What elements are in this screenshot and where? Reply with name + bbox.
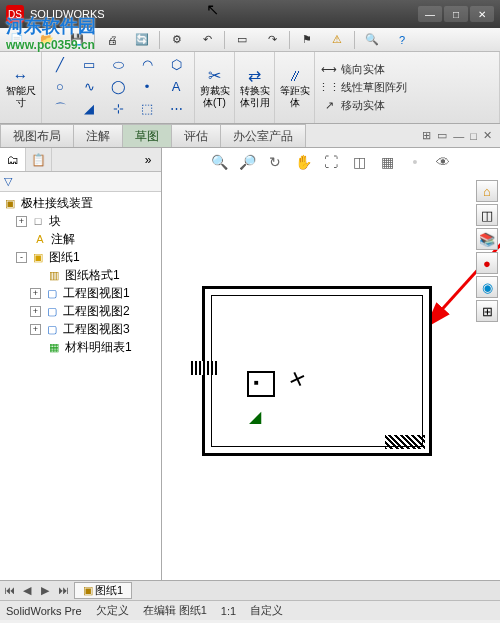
status-scale: 1:1: [221, 605, 236, 617]
tree-node[interactable]: +▢工程图视图3: [2, 320, 159, 338]
zoom-out-icon[interactable]: 🔎: [237, 154, 257, 170]
chamfer-tool[interactable]: ◢: [75, 98, 103, 119]
more-tool[interactable]: ⋯: [162, 98, 190, 119]
options-icon[interactable]: ⚙: [164, 30, 190, 50]
tree-node[interactable]: A注解: [2, 230, 159, 248]
next-sheet-icon[interactable]: ▶: [36, 584, 54, 597]
panel-pin-icon[interactable]: »: [135, 148, 161, 171]
select-icon[interactable]: ▭: [229, 30, 255, 50]
properties-icon[interactable]: ◉: [476, 276, 498, 298]
tab-view-layout[interactable]: 视图布局: [0, 124, 74, 147]
move-button[interactable]: ↗移动实体: [321, 98, 493, 114]
centerline-tool[interactable]: ⊹: [104, 98, 132, 119]
first-sheet-icon[interactable]: ⏮: [0, 584, 18, 597]
graphics-viewport[interactable]: 🔍 🔎 ↻ ✋ ⛶ ◫ ▦ • 👁 ✕ ◢: [162, 148, 500, 580]
doc-cascade-icon[interactable]: ▭: [437, 129, 447, 142]
tab-sketch[interactable]: 草图: [122, 124, 172, 147]
property-tab[interactable]: 📋: [26, 148, 52, 171]
mirror-button[interactable]: ⟷镜向实体: [321, 62, 493, 78]
ellipse-tool[interactable]: ◯: [104, 76, 132, 97]
convert-button[interactable]: ⇄ 转换实 体引用: [235, 52, 275, 123]
help-icon[interactable]: ?: [389, 30, 415, 50]
display-icon[interactable]: ▦: [377, 154, 397, 170]
tree-twisty[interactable]: +: [30, 324, 41, 335]
drawing-canvas[interactable]: ✕ ◢: [162, 176, 500, 580]
circle-tool[interactable]: ○: [46, 76, 74, 97]
doc-close-icon[interactable]: ✕: [483, 129, 492, 142]
feature-tree-tab[interactable]: 🗂: [0, 148, 26, 171]
task-pane: ⌂ ◫ 📚 ● ◉ ⊞: [476, 180, 498, 322]
zoom-in-icon[interactable]: 🔍: [209, 154, 229, 170]
new-icon[interactable]: 📄: [4, 30, 30, 50]
minimize-button[interactable]: —: [418, 6, 442, 22]
last-sheet-icon[interactable]: ⏭: [54, 584, 72, 597]
tab-annotation[interactable]: 注解: [73, 124, 123, 147]
resources-icon[interactable]: ◫: [476, 204, 498, 226]
tree-twisty[interactable]: +: [16, 216, 27, 227]
custom-icon[interactable]: ⊞: [476, 300, 498, 322]
doc-restore-icon[interactable]: □: [470, 130, 477, 142]
status-app: SolidWorks Pre: [6, 605, 82, 617]
smart-dimension-button[interactable]: ↔ 智能尺 寸: [0, 52, 42, 123]
drawing-view-1[interactable]: [247, 371, 275, 397]
rotate-icon[interactable]: ↻: [265, 154, 285, 170]
fit-icon[interactable]: ⛶: [321, 154, 341, 170]
rebuild-icon[interactable]: 🔄: [129, 30, 155, 50]
close-button[interactable]: ✕: [470, 6, 494, 22]
drawing-view-3[interactable]: ◢: [249, 407, 261, 426]
appearances-icon[interactable]: ●: [476, 252, 498, 274]
tree-twisty[interactable]: +: [30, 306, 41, 317]
pan-icon[interactable]: ✋: [293, 154, 313, 170]
tree-item-icon: ▢: [44, 303, 60, 319]
doc-tile-icon[interactable]: ⊞: [422, 129, 431, 142]
spline-tool[interactable]: ∿: [75, 76, 103, 97]
plane-tool[interactable]: ⬚: [133, 98, 161, 119]
slot-tool[interactable]: ⬭: [104, 54, 132, 75]
hide-show-icon[interactable]: 👁: [433, 154, 453, 170]
sheet-tab-1[interactable]: ▣ 图纸1: [74, 582, 132, 599]
poly-tool[interactable]: ⬡: [162, 54, 190, 75]
search-icon[interactable]: 🔍: [359, 30, 385, 50]
prev-sheet-icon[interactable]: ◀: [18, 584, 36, 597]
feature-tree: ▣ 极柱接线装置 +□块A注解-▣图纸1▥图纸格式1+▢工程图视图1+▢工程图视…: [0, 192, 161, 580]
tree-node[interactable]: +▢工程图视图2: [2, 302, 159, 320]
ribbon: ↔ 智能尺 寸 ╱ ▭ ⬭ ◠ ⬡ ○ ∿ ◯ • A ⌒ ◢ ⊹ ⬚ ⋯ ✂ …: [0, 52, 500, 124]
flag-icon[interactable]: ⚑: [294, 30, 320, 50]
tree-twisty[interactable]: +: [30, 288, 41, 299]
warning-icon[interactable]: ⚠: [324, 30, 350, 50]
view-toolbar: 🔍 🔎 ↻ ✋ ⛶ ◫ ▦ • 👁: [162, 148, 500, 176]
doc-minimize-icon[interactable]: —: [453, 130, 464, 142]
undo-icon[interactable]: ↶: [194, 30, 220, 50]
tree-node[interactable]: ▦材料明细表1: [2, 338, 159, 356]
print-icon[interactable]: 🖨: [99, 30, 125, 50]
tree-item-label: 注解: [51, 231, 75, 248]
linear-pattern-button[interactable]: ⋮⋮线性草图阵列: [321, 80, 493, 96]
tab-evaluate[interactable]: 评估: [171, 124, 221, 147]
line-tool[interactable]: ╱: [46, 54, 74, 75]
offset-button[interactable]: ⫽ 等距实 体: [275, 52, 315, 123]
point-tool[interactable]: •: [133, 76, 161, 97]
maximize-button[interactable]: □: [444, 6, 468, 22]
tree-node[interactable]: ▥图纸格式1: [2, 266, 159, 284]
save-icon[interactable]: 💾: [64, 30, 90, 50]
redo-icon[interactable]: ↷: [259, 30, 285, 50]
tree-node[interactable]: +□块: [2, 212, 159, 230]
open-icon[interactable]: 📂: [34, 30, 60, 50]
tree-node[interactable]: +▢工程图视图1: [2, 284, 159, 302]
section-icon[interactable]: ◫: [349, 154, 369, 170]
tree-twisty[interactable]: -: [16, 252, 27, 263]
tree-filter[interactable]: ▽: [0, 172, 161, 192]
tab-office[interactable]: 办公室产品: [220, 124, 306, 147]
library-icon[interactable]: 📚: [476, 228, 498, 250]
rect-tool[interactable]: ▭: [75, 54, 103, 75]
arc-tool[interactable]: ◠: [133, 54, 161, 75]
tree-root[interactable]: ▣ 极柱接线装置: [2, 194, 159, 212]
tree-item-icon: ▢: [44, 321, 60, 337]
tree-node[interactable]: -▣图纸1: [2, 248, 159, 266]
app-icon: DS: [6, 5, 24, 23]
drawing-sheet[interactable]: ✕ ◢: [202, 286, 432, 456]
trim-button[interactable]: ✂ 剪裁实 体(T): [195, 52, 235, 123]
fillet-tool[interactable]: ⌒: [46, 98, 74, 119]
text-tool[interactable]: A: [162, 76, 190, 97]
home-icon[interactable]: ⌂: [476, 180, 498, 202]
